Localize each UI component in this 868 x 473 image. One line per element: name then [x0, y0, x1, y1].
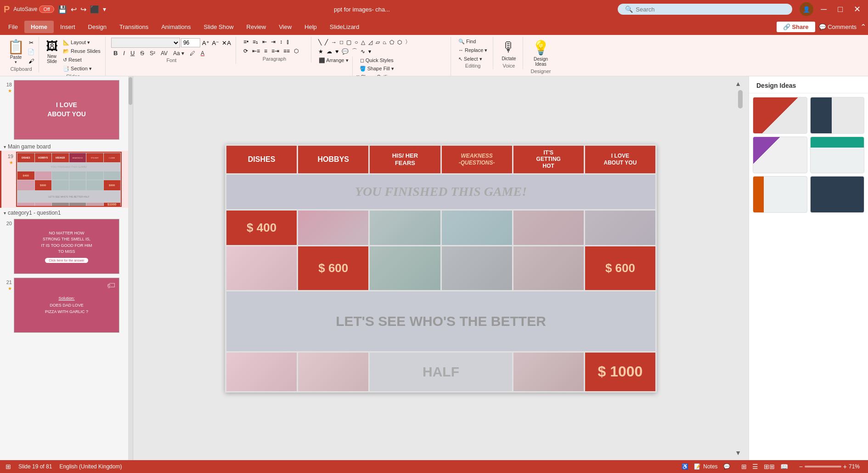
- rect-btn[interactable]: □: [338, 38, 344, 46]
- vertical-scroll-down[interactable]: ▼: [735, 449, 741, 456]
- parallelogram-btn[interactable]: ▱: [374, 38, 381, 46]
- justify-button[interactable]: ≡≡: [282, 47, 292, 55]
- dictate-button[interactable]: 🎙 Dictate: [499, 38, 519, 63]
- shape-fill-button[interactable]: 🪣 Shape Fill ▾: [355, 65, 399, 73]
- decrease-indent-button[interactable]: ⇤: [260, 38, 269, 46]
- text-direction-button[interactable]: ⟳: [242, 47, 250, 55]
- heart-btn[interactable]: ♥: [334, 47, 340, 56]
- menu-item-slideshow[interactable]: Slide Show: [197, 21, 240, 33]
- bullets-button[interactable]: ≡•: [242, 38, 250, 46]
- column-button[interactable]: ⫿: [285, 38, 291, 46]
- arc-btn[interactable]: ⌒: [350, 47, 359, 56]
- slide-thumb-18[interactable]: 18 ★ I LOVEABOUT YOU: [0, 78, 133, 142]
- reset-button[interactable]: ↺ Reset: [61, 56, 102, 64]
- present-button[interactable]: ⬛: [90, 5, 99, 14]
- align-left-button[interactable]: ⇤≡: [250, 47, 262, 55]
- profile-picture[interactable]: 👤: [800, 2, 813, 16]
- cut-button[interactable]: ✂: [26, 39, 36, 47]
- triangle-btn[interactable]: △: [360, 38, 366, 46]
- share-button[interactable]: 🔗 Share: [777, 22, 815, 32]
- format-painter-button[interactable]: 🖌: [26, 57, 36, 65]
- outline-view-button[interactable]: ☰: [750, 462, 760, 471]
- font-size-decrease[interactable]: A⁻: [211, 39, 220, 47]
- line-spacing-button[interactable]: ↕: [278, 38, 284, 46]
- menu-item-home[interactable]: Home: [24, 21, 54, 33]
- slide-thumb-19[interactable]: 19 ★ DISHES HOBBYS HIS/HER WEAKNESS IT'S…: [0, 151, 133, 208]
- rrect-btn[interactable]: ▢: [345, 38, 353, 46]
- slide-thumb-21[interactable]: 21 ★ 🏷 Solution:DOES DAD LOVEPIZZA WITH …: [0, 276, 133, 335]
- menu-item-view[interactable]: View: [272, 21, 298, 33]
- zoom-out-button[interactable]: −: [799, 463, 803, 470]
- pentagon-btn[interactable]: ⬠: [388, 38, 395, 46]
- hexagon-btn[interactable]: ⬡: [396, 38, 403, 46]
- design-idea-5[interactable]: [753, 176, 807, 213]
- reuse-slides-button[interactable]: 📂 Reuse Slides: [61, 47, 102, 55]
- comments-button[interactable]: 💬 Comments: [819, 23, 857, 30]
- redo-button[interactable]: ↪: [80, 5, 86, 14]
- align-right-button[interactable]: ≡⇥: [270, 47, 281, 55]
- menu-item-file[interactable]: File: [2, 21, 24, 33]
- search-input[interactable]: [636, 6, 785, 13]
- new-slide-button[interactable]: 🖼 NewSlide: [44, 38, 60, 65]
- align-center-button[interactable]: ≡: [262, 47, 269, 55]
- trapezoid-btn[interactable]: ⏢: [382, 38, 388, 46]
- chevron-btn[interactable]: 〉: [404, 38, 412, 46]
- design-ideas-button[interactable]: 💡 DesignIdeas: [530, 38, 552, 68]
- maximize-button[interactable]: □: [834, 4, 846, 15]
- menu-item-design[interactable]: Design: [82, 21, 113, 33]
- copy-button[interactable]: 📄: [26, 48, 36, 56]
- shadow-button[interactable]: S²: [147, 49, 158, 57]
- zoom-in-button[interactable]: +: [843, 463, 847, 470]
- text-highlight-button[interactable]: 🖊: [187, 49, 197, 57]
- menu-item-animations[interactable]: Animations: [155, 21, 197, 33]
- font-family-select[interactable]: [111, 38, 180, 48]
- paste-button[interactable]: 📋 Paste ▾: [6, 38, 25, 65]
- menu-item-transitions[interactable]: Transitions: [113, 21, 155, 33]
- arrange-button[interactable]: ⬛ Arrange ▾: [317, 57, 350, 64]
- autosave-toggle[interactable]: Off: [39, 6, 54, 13]
- undo-button[interactable]: ↩: [71, 5, 77, 14]
- shapes-more-btn[interactable]: ▾: [367, 47, 372, 56]
- star5-btn[interactable]: ★: [317, 47, 325, 56]
- minimize-button[interactable]: ─: [817, 4, 830, 15]
- slide-sorter-button[interactable]: ⊞⊞: [762, 462, 777, 471]
- design-idea-3[interactable]: [753, 137, 807, 173]
- section-q1-collapse-icon[interactable]: ▾: [4, 211, 6, 216]
- comments-panel-button[interactable]: 💬: [723, 463, 730, 470]
- char-spacing-button[interactable]: AV: [158, 49, 170, 57]
- zoom-slider[interactable]: [805, 466, 841, 467]
- increase-indent-button[interactable]: ⇥: [269, 38, 277, 46]
- underline-button[interactable]: U: [128, 49, 137, 57]
- font-color-button[interactable]: A: [198, 49, 207, 57]
- font-size-increase[interactable]: A⁺: [201, 39, 210, 47]
- numbering-button[interactable]: ≡₁: [251, 38, 260, 46]
- circle-btn[interactable]: ○: [353, 38, 359, 46]
- cloud-btn[interactable]: ☁: [325, 47, 333, 56]
- design-idea-4[interactable]: [810, 137, 865, 173]
- clear-formatting-button[interactable]: ✕A: [221, 39, 232, 47]
- strikethrough-button[interactable]: S: [138, 49, 147, 57]
- smart-art-button[interactable]: ⬡: [292, 47, 300, 55]
- menu-item-slidelizard[interactable]: SlideLizard: [323, 21, 366, 33]
- rtriangle-btn[interactable]: ◿: [367, 38, 374, 46]
- notes-button[interactable]: 📝 Notes: [694, 463, 718, 470]
- ribbon-collapse-button[interactable]: ⌃: [860, 23, 866, 31]
- font-size-input[interactable]: [181, 38, 200, 47]
- slide-thumb-20[interactable]: 20 NO MATTER HOWSTRONG THE SMELL IS,IT I…: [0, 217, 133, 276]
- menu-item-insert[interactable]: Insert: [54, 21, 82, 33]
- text-case-button[interactable]: Aa ▾: [171, 49, 186, 57]
- slide-panel-toggle[interactable]: ⊞: [6, 463, 11, 470]
- customize-button[interactable]: ▾: [103, 6, 106, 13]
- find-button[interactable]: 🔍 Find: [457, 38, 489, 46]
- wave-btn[interactable]: ∿: [359, 47, 366, 56]
- scroll-thumb-main[interactable]: [738, 90, 743, 108]
- close-button[interactable]: ✕: [850, 3, 864, 15]
- layout-button[interactable]: 📐 Layout ▾: [61, 39, 102, 46]
- quick-styles-button[interactable]: ◻ Quick Styles: [355, 57, 399, 64]
- save-button[interactable]: 💾: [58, 5, 67, 14]
- section-collapse-icon[interactable]: ▾: [4, 144, 6, 149]
- italic-button[interactable]: I: [121, 49, 127, 57]
- menu-item-review[interactable]: Review: [240, 21, 273, 33]
- bold-button[interactable]: B: [111, 49, 120, 57]
- normal-view-button[interactable]: ⊞: [739, 462, 749, 471]
